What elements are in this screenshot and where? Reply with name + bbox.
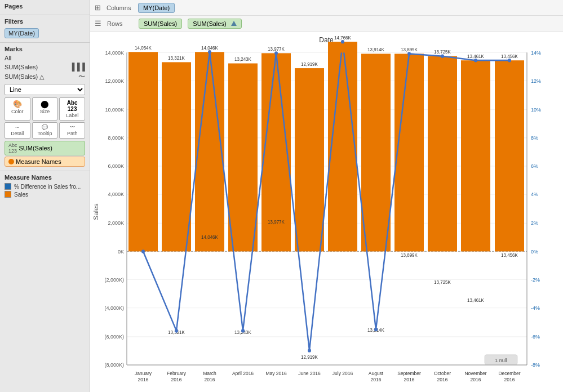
svg-text:13,725K: 13,725K: [434, 50, 451, 55]
x-label-oct: October: [434, 371, 451, 376]
dot-oct: [441, 55, 444, 58]
chart-area: ⊞ Columns MY(Date) ☰ Rows SUM(Sales) SUM…: [90, 0, 563, 392]
path-button[interactable]: 〰 Path: [59, 122, 85, 139]
measure-names-pill-label: Measure Names: [16, 158, 61, 165]
x-label-mar: March: [203, 371, 216, 376]
svg-text:6,000K: 6,000K: [108, 163, 124, 169]
tooltip-button[interactable]: 💬 Tooltip: [32, 122, 58, 139]
bar-jun: [295, 68, 324, 251]
detail-icon: ···: [15, 124, 20, 130]
svg-text:13,725K: 13,725K: [434, 280, 451, 285]
sum-sales-pill[interactable]: Abc123 SUM(Sales): [5, 141, 85, 155]
x-label-jun: June 2016: [298, 371, 321, 376]
rows-pill-1[interactable]: SUM(Sales): [139, 19, 182, 29]
columns-pill[interactable]: MY(Date): [138, 3, 175, 13]
dot-aug: [374, 328, 378, 331]
bar-aug: [361, 54, 391, 251]
color-label: Color: [11, 109, 24, 114]
legend-label-1: Sales: [14, 191, 28, 198]
x-label-may: May 2016: [265, 371, 286, 376]
detail-label: Detail: [11, 131, 24, 136]
dot-dec: [508, 59, 511, 62]
chart-container: Date Sales 14,000K 14%: [90, 32, 563, 392]
svg-text:2016: 2016: [437, 377, 448, 382]
svg-text:(2,000K): (2,000K): [104, 277, 124, 282]
rows-icon: ☰: [95, 19, 101, 28]
marks-title: Marks: [5, 46, 85, 52]
svg-text:13,461K: 13,461K: [467, 298, 484, 303]
legend-color-0: [5, 183, 11, 190]
svg-text:2016: 2016: [371, 377, 382, 382]
svg-text:12,919K: 12,919K: [301, 355, 318, 360]
svg-text:13,977K: 13,977K: [268, 47, 285, 52]
svg-text:(8,000K): (8,000K): [104, 362, 124, 368]
marks-sum-sales-line-label: SUM(Sales) △: [5, 73, 44, 81]
svg-text:13,461K: 13,461K: [467, 54, 484, 59]
svg-text:14,046K: 14,046K: [201, 46, 218, 51]
svg-text:13,899K: 13,899K: [401, 253, 418, 258]
marks-all-label: All: [5, 55, 11, 61]
x-label-jan: January: [135, 371, 152, 376]
bar-feb: [162, 62, 191, 251]
y-axis-left-label: Sales: [92, 203, 99, 220]
svg-text:12,000K: 12,000K: [105, 78, 124, 83]
svg-text:13,456K: 13,456K: [501, 253, 518, 258]
pages-title: Pages: [5, 3, 85, 10]
marks-section: Marks All SUM(Sales) ▐▐▐ SUM(Sales) △ 〜 …: [0, 43, 90, 171]
svg-text:2016: 2016: [171, 377, 182, 382]
x-label-nov: November: [464, 371, 486, 376]
bar-apr: [228, 64, 258, 252]
x-label-feb: February: [167, 371, 187, 376]
label-button[interactable]: Abc123 Label: [59, 97, 85, 121]
svg-text:8%: 8%: [531, 135, 538, 141]
bar-mar: [195, 52, 224, 251]
svg-text:-6%: -6%: [531, 334, 540, 340]
dot-sep: [407, 52, 411, 55]
svg-text:13,914K: 13,914K: [367, 47, 384, 52]
sum-sales-pill-label: SUM(Sales): [19, 145, 52, 152]
x-label-dec: December: [498, 371, 520, 376]
marks-sum-sales-bar-label: SUM(Sales): [5, 64, 38, 70]
filter-my-date[interactable]: MY(Date): [5, 28, 39, 38]
svg-text:14,000K: 14,000K: [105, 50, 124, 55]
delta-icon: [231, 21, 237, 26]
size-button[interactable]: ⬤ Size: [32, 97, 58, 121]
svg-text:-8%: -8%: [531, 362, 540, 368]
svg-text:2016: 2016: [404, 377, 415, 382]
bar-jul: [328, 42, 357, 251]
columns-label: Columns: [107, 5, 135, 11]
bar-oct: [428, 56, 457, 252]
bar-jan: [128, 52, 158, 251]
detail-button[interactable]: ··· Detail: [5, 122, 30, 139]
dot-may: [274, 51, 278, 55]
svg-text:14,766K: 14,766K: [334, 35, 351, 41]
svg-rect-0: [90, 32, 563, 392]
measure-names-legend-title: Measure Names: [5, 174, 85, 181]
dot-feb: [175, 329, 178, 332]
columns-shelf: ⊞ Columns MY(Date): [90, 0, 563, 16]
rows-shelf: ☰ Rows SUM(Sales) SUM(Sales): [90, 16, 563, 32]
label-icon: Abc123: [67, 100, 78, 112]
svg-text:-4%: -4%: [531, 305, 540, 311]
marks-all-row: All: [5, 55, 85, 61]
marks-sum-sales-line-row: SUM(Sales) △ 〜: [5, 72, 85, 82]
svg-text:4%: 4%: [531, 191, 538, 197]
main-chart: Date Sales 14,000K 14%: [90, 32, 563, 392]
measure-names-section: Measure Names % Difference in Sales fro.…: [0, 171, 90, 202]
path-icon: 〰: [70, 124, 75, 130]
svg-text:8,000K: 8,000K: [108, 135, 124, 141]
measure-names-pill[interactable]: Measure Names: [5, 157, 85, 167]
dot-apr: [241, 329, 245, 332]
svg-text:14%: 14%: [531, 50, 541, 55]
marks-type-dropdown[interactable]: Line Bar Area: [5, 84, 85, 95]
tooltip-label: Tooltip: [37, 131, 52, 136]
left-panel: Pages Filters MY(Date) Marks All SUM(Sal…: [0, 0, 90, 392]
color-button[interactable]: 🎨 Color: [5, 97, 30, 121]
bar-chart-icon: ▐▐▐: [69, 63, 85, 71]
x-label-aug: August: [369, 371, 384, 376]
legend-item-0: % Difference in Sales fro...: [5, 183, 85, 190]
svg-text:13,899K: 13,899K: [401, 47, 418, 52]
rows-pill-2[interactable]: SUM(Sales): [188, 19, 241, 29]
dot-mar: [208, 50, 211, 54]
svg-text:13,977K: 13,977K: [268, 220, 285, 225]
